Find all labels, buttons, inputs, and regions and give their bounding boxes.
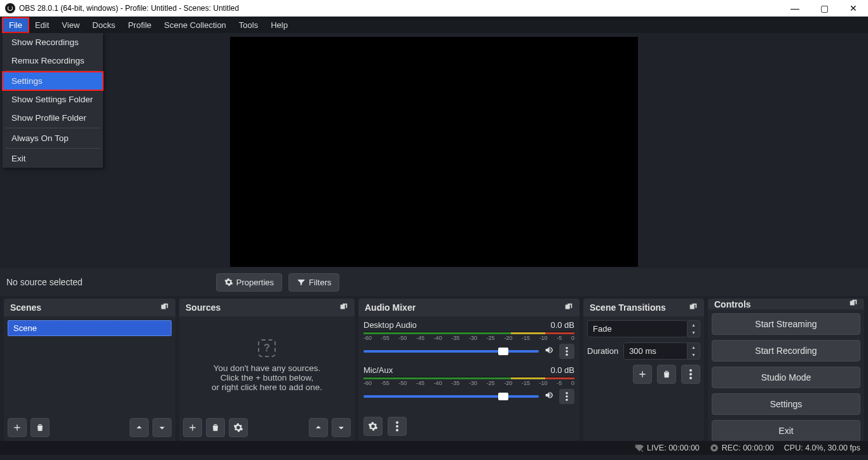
menu-remux-recordings[interactable]: Remux Recordings bbox=[3, 51, 103, 70]
minimize-button[interactable]: — bbox=[780, 0, 810, 17]
disk-icon bbox=[710, 443, 719, 452]
audio-meter bbox=[363, 332, 574, 334]
status-live: LIVE: 00:00:00 bbox=[647, 443, 700, 452]
start-streaming-button[interactable]: Start Streaming bbox=[712, 313, 860, 335]
transition-spinner[interactable]: ▲▼ bbox=[688, 320, 700, 337]
svg-point-0 bbox=[566, 347, 568, 349]
channel-name: Desktop Audio bbox=[363, 320, 417, 330]
menu-file[interactable]: File bbox=[3, 18, 29, 32]
speaker-icon[interactable] bbox=[544, 345, 554, 358]
svg-point-10 bbox=[689, 373, 692, 375]
scenes-title: Scenes bbox=[10, 302, 41, 313]
svg-point-8 bbox=[396, 429, 398, 431]
start-recording-button[interactable]: Start Recording bbox=[712, 340, 860, 362]
volume-slider[interactable] bbox=[363, 350, 539, 353]
sources-title: Sources bbox=[186, 302, 220, 313]
menu-profile[interactable]: Profile bbox=[121, 18, 158, 32]
transitions-panel: Scene Transitions Fade ▲▼ Duration 300 m… bbox=[583, 299, 704, 441]
duration-spinner[interactable]: ▲▼ bbox=[688, 342, 700, 360]
source-move-down-button[interactable] bbox=[332, 418, 351, 437]
svg-point-3 bbox=[566, 392, 568, 395]
volume-thumb[interactable] bbox=[498, 393, 508, 400]
meter-ticks: -60-55-50-45-40-35-30-25-20-15-10-50 bbox=[363, 335, 574, 341]
status-network: LIVE: 00:00:00 bbox=[635, 443, 700, 452]
mixer-settings-button[interactable] bbox=[363, 417, 383, 436]
filters-button[interactable]: Filters bbox=[288, 273, 339, 292]
menu-edit[interactable]: Edit bbox=[29, 18, 55, 32]
menu-exit[interactable]: Exit bbox=[3, 149, 103, 168]
transition-properties-button[interactable] bbox=[681, 365, 700, 384]
svg-point-9 bbox=[689, 369, 692, 372]
menu-settings[interactable]: Settings bbox=[3, 72, 103, 90]
speaker-icon[interactable] bbox=[544, 390, 554, 403]
remove-source-button[interactable] bbox=[206, 418, 225, 437]
menu-view[interactable]: View bbox=[55, 18, 86, 32]
channel-options-button[interactable] bbox=[559, 344, 574, 359]
remove-transition-button[interactable] bbox=[657, 365, 676, 384]
menu-scene-collection[interactable]: Scene Collection bbox=[158, 18, 233, 32]
mixer-channel-desktop: Desktop Audio 0.0 dB -60-55-50-45-40-35-… bbox=[360, 318, 578, 359]
scene-move-up-button[interactable] bbox=[130, 418, 149, 437]
popout-icon[interactable] bbox=[564, 302, 573, 313]
panels-row: Scenes Scene Sources ? You don't have an… bbox=[0, 296, 868, 441]
transitions-title: Scene Transitions bbox=[590, 302, 666, 313]
menu-show-settings-folder[interactable]: Show Settings Folder bbox=[3, 90, 103, 109]
properties-button[interactable]: Properties bbox=[216, 273, 282, 292]
transition-select[interactable]: Fade bbox=[587, 320, 688, 337]
svg-point-4 bbox=[566, 395, 568, 398]
add-transition-button[interactable] bbox=[633, 365, 652, 384]
menu-separator bbox=[5, 148, 100, 149]
scenes-header: Scenes bbox=[4, 299, 175, 316]
sources-empty-line3: or right click here to add one. bbox=[212, 382, 322, 392]
network-icon bbox=[635, 443, 644, 452]
channel-options-button[interactable] bbox=[559, 389, 574, 404]
duration-input[interactable]: 300 ms bbox=[623, 342, 688, 360]
add-scene-button[interactable] bbox=[8, 418, 27, 437]
menu-show-profile-folder[interactable]: Show Profile Folder bbox=[3, 109, 103, 127]
channel-db: 0.0 dB bbox=[550, 365, 574, 375]
preview-area bbox=[0, 33, 868, 268]
maximize-button[interactable]: ▢ bbox=[810, 0, 839, 17]
channel-db: 0.0 dB bbox=[550, 320, 574, 330]
menu-bar: File Edit View Docks Profile Scene Colle… bbox=[0, 17, 868, 33]
filters-icon bbox=[297, 278, 306, 287]
meter-ticks: -60-55-50-45-40-35-30-25-20-15-10-50 bbox=[363, 380, 574, 386]
exit-button[interactable]: Exit bbox=[712, 420, 860, 441]
svg-point-5 bbox=[566, 399, 568, 402]
sources-header: Sources bbox=[179, 299, 355, 316]
sources-empty-state[interactable]: ? You don't have any sources. Click the … bbox=[183, 320, 351, 410]
scene-list-item[interactable]: Scene bbox=[8, 320, 172, 336]
popout-icon[interactable] bbox=[849, 299, 858, 309]
mixer-menu-button[interactable] bbox=[388, 417, 407, 436]
menu-help[interactable]: Help bbox=[264, 18, 294, 32]
popout-icon[interactable] bbox=[160, 302, 169, 313]
preview-canvas[interactable] bbox=[230, 37, 638, 267]
status-bar: LIVE: 00:00:00 REC: 00:00:00 CPU: 4.0%, … bbox=[0, 441, 868, 455]
svg-point-1 bbox=[566, 350, 568, 353]
source-move-up-button[interactable] bbox=[309, 418, 328, 437]
volume-slider[interactable] bbox=[363, 395, 539, 398]
menu-always-on-top[interactable]: Always On Top bbox=[3, 129, 103, 147]
menu-tools[interactable]: Tools bbox=[233, 18, 264, 32]
close-button[interactable]: ✕ bbox=[839, 0, 868, 17]
svg-point-2 bbox=[566, 354, 568, 356]
volume-thumb[interactable] bbox=[498, 348, 508, 355]
popout-icon[interactable] bbox=[339, 302, 348, 313]
controls-title: Controls bbox=[714, 299, 751, 309]
menu-docks[interactable]: Docks bbox=[86, 18, 121, 32]
menu-separator bbox=[5, 128, 100, 128]
popout-icon[interactable] bbox=[689, 302, 698, 313]
scenes-panel: Scenes Scene bbox=[4, 299, 175, 441]
menu-show-recordings[interactable]: Show Recordings bbox=[3, 33, 103, 51]
obs-logo-icon bbox=[5, 3, 15, 13]
source-toolbar: No source selected Properties Filters bbox=[0, 268, 868, 296]
studio-mode-button[interactable]: Studio Mode bbox=[712, 367, 860, 388]
remove-scene-button[interactable] bbox=[31, 418, 50, 437]
add-source-button[interactable] bbox=[183, 418, 202, 437]
source-properties-button[interactable] bbox=[229, 418, 248, 437]
svg-point-11 bbox=[689, 377, 692, 379]
scene-move-down-button[interactable] bbox=[153, 418, 172, 437]
controls-header: Controls bbox=[708, 299, 864, 309]
settings-button[interactable]: Settings bbox=[712, 393, 860, 415]
window-titlebar: OBS 28.0.1 (64-bit, windows) - Profile: … bbox=[0, 0, 868, 17]
